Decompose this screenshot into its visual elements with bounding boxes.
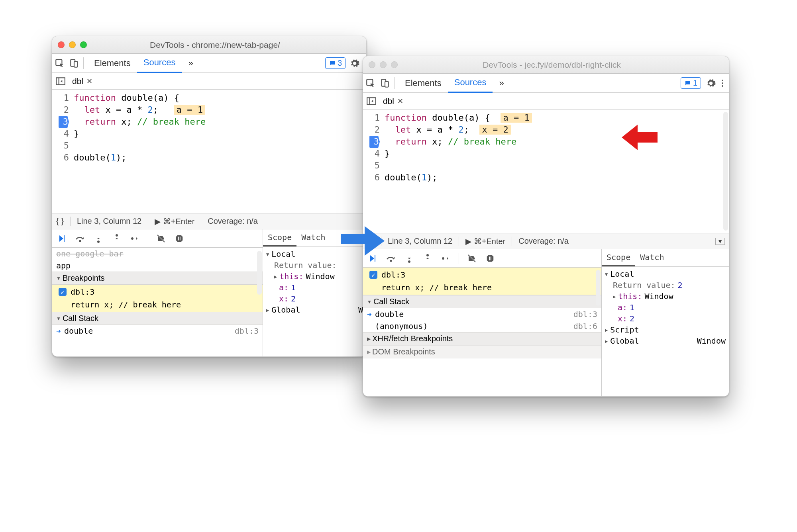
callstack-frame[interactable]: (anonymous)dbl:6 [363, 320, 601, 332]
maximize-dot[interactable] [391, 61, 398, 68]
file-tab-dbl[interactable]: dbl ✕ [70, 75, 95, 88]
device-toggle-icon[interactable] [380, 78, 390, 88]
code-content[interactable]: function double(a) { let x = a * 2; a = … [73, 90, 366, 213]
tab-elements[interactable]: Elements [88, 54, 137, 72]
navigator-toggle-icon[interactable] [366, 97, 377, 106]
issues-count: 1 [693, 78, 697, 88]
step-into-icon[interactable] [404, 253, 415, 264]
deactivate-breakpoints-icon[interactable] [155, 233, 167, 244]
list-item[interactable]: app [52, 260, 263, 272]
scrollbar[interactable] [257, 251, 262, 295]
maximize-dot[interactable] [80, 41, 87, 48]
code-content[interactable]: function double(a) { a = 1 let x = a * 2… [384, 110, 729, 233]
tab-sources[interactable]: Sources [448, 73, 493, 93]
step-icon[interactable] [130, 233, 141, 244]
sidebar-toggle-icon[interactable]: ▼ [715, 238, 725, 245]
svg-point-6 [97, 241, 100, 243]
tab-scope[interactable]: Scope [263, 229, 296, 246]
callstack-frame[interactable]: ➔ doubledbl:3 [363, 308, 601, 320]
step-into-icon[interactable] [93, 233, 104, 244]
svg-point-15 [722, 82, 723, 84]
debugger-controls [52, 229, 263, 248]
run-snippet[interactable]: ▶ ⌘+Enter [155, 217, 194, 226]
navigator-toggle-icon[interactable] [55, 77, 66, 86]
callstack-header[interactable]: Call Stack [52, 312, 263, 325]
close-dot[interactable] [369, 61, 375, 68]
cursor-position: Line 3, Column 12 [388, 237, 452, 246]
callstack-frame[interactable]: ➔ double dbl:3 [52, 325, 263, 337]
close-dot[interactable] [58, 41, 65, 48]
issues-badge[interactable]: 1 [681, 77, 701, 89]
file-tab-name: dbl [383, 96, 394, 106]
code-editor[interactable]: 123456 function double(a) { let x = a * … [52, 90, 366, 213]
debugger-left: one google bar app Breakpoints ✓dbl:3 re… [52, 229, 263, 356]
step-over-icon[interactable] [385, 253, 397, 264]
window-traffic-lights[interactable] [58, 41, 87, 48]
titlebar[interactable]: DevTools - jec.fyi/demo/dbl-right-click [363, 56, 729, 74]
run-snippet[interactable]: ▶ ⌘+Enter [465, 237, 505, 246]
minimize-dot[interactable] [69, 41, 76, 48]
more-menu-icon[interactable] [721, 78, 724, 88]
pause-exceptions-icon[interactable] [485, 253, 496, 264]
step-icon[interactable] [440, 253, 452, 264]
svg-point-7 [116, 234, 118, 237]
editor-statusbar: { } Line 3, Column 12 ▶ ⌘+Enter Coverage… [52, 213, 366, 229]
checkbox-icon[interactable]: ✓ [369, 271, 377, 279]
window-traffic-lights[interactable] [369, 61, 398, 68]
scope-global[interactable]: GlobalW [265, 304, 364, 315]
issues-badge[interactable]: 3 [325, 57, 345, 69]
tabs-overflow[interactable]: » [182, 54, 199, 72]
resume-icon[interactable] [56, 233, 67, 244]
scope-this[interactable]: this: Window [604, 291, 726, 302]
scrollbar[interactable] [596, 270, 601, 306]
breakpoint-item[interactable]: ✓dbl:3 return x; // break here [363, 268, 601, 295]
tab-sources[interactable]: Sources [137, 53, 182, 73]
minimize-dot[interactable] [380, 61, 387, 68]
scope-return: Return value: 2 [604, 280, 726, 291]
close-icon[interactable]: ✕ [397, 97, 403, 106]
checkbox-icon[interactable]: ✓ [59, 288, 67, 296]
inline-hint: a = 1 [501, 113, 532, 123]
scope-return: Return value: [265, 260, 364, 271]
inline-hint: a = 1 [174, 105, 205, 115]
step-out-icon[interactable] [422, 253, 433, 264]
scope-local[interactable]: Local [604, 268, 726, 280]
file-tab-name: dbl [72, 76, 83, 86]
breakpoints-header[interactable]: Breakpoints [52, 272, 263, 285]
code-editor[interactable]: 123456 function double(a) { a = 1 let x … [363, 110, 729, 233]
issues-count: 3 [338, 59, 342, 68]
settings-gear-icon[interactable] [706, 78, 716, 88]
scope-script[interactable]: Script [604, 324, 726, 335]
titlebar[interactable]: DevTools - chrome://new-tab-page/ [52, 36, 366, 54]
line-gutter[interactable]: 123456 [52, 90, 73, 213]
scope-this[interactable]: this: Window [265, 271, 364, 282]
step-over-icon[interactable] [75, 233, 86, 244]
line-gutter[interactable]: 123456 [363, 110, 384, 233]
inspect-icon[interactable] [365, 78, 376, 88]
settings-gear-icon[interactable] [349, 58, 360, 68]
current-frame-icon: ➔ [367, 309, 372, 319]
deactivate-breakpoints-icon[interactable] [466, 253, 477, 264]
close-icon[interactable]: ✕ [86, 77, 92, 86]
pretty-print-icon[interactable]: { } [56, 217, 64, 226]
file-tab-dbl[interactable]: dbl ✕ [381, 95, 406, 108]
tab-scope[interactable]: Scope [602, 249, 635, 266]
tab-watch[interactable]: Watch [635, 249, 669, 266]
svg-point-5 [79, 240, 81, 242]
scope-global[interactable]: GlobalWindow [604, 335, 726, 346]
device-toggle-icon[interactable] [69, 58, 79, 68]
pause-exceptions-icon[interactable] [174, 233, 185, 244]
list-item[interactable]: one google bar [52, 248, 263, 260]
dom-breakpoints-header[interactable]: DOM Breakpoints [363, 345, 601, 358]
debugger-left: ✓dbl:3 return x; // break here Call Stac… [363, 249, 601, 396]
callstack-header[interactable]: Call Stack [363, 295, 601, 308]
inspect-icon[interactable] [55, 58, 65, 68]
tabs-overflow[interactable]: » [493, 74, 510, 92]
tab-watch[interactable]: Watch [296, 229, 330, 246]
step-out-icon[interactable] [111, 233, 122, 244]
tab-elements[interactable]: Elements [398, 74, 448, 92]
xhr-breakpoints-header[interactable]: XHR/fetch Breakpoints [363, 332, 601, 345]
scrollbar[interactable] [723, 112, 728, 231]
file-tabs: dbl ✕ [52, 73, 366, 90]
breakpoint-item[interactable]: ✓dbl:3 return x; // break here [52, 285, 263, 312]
